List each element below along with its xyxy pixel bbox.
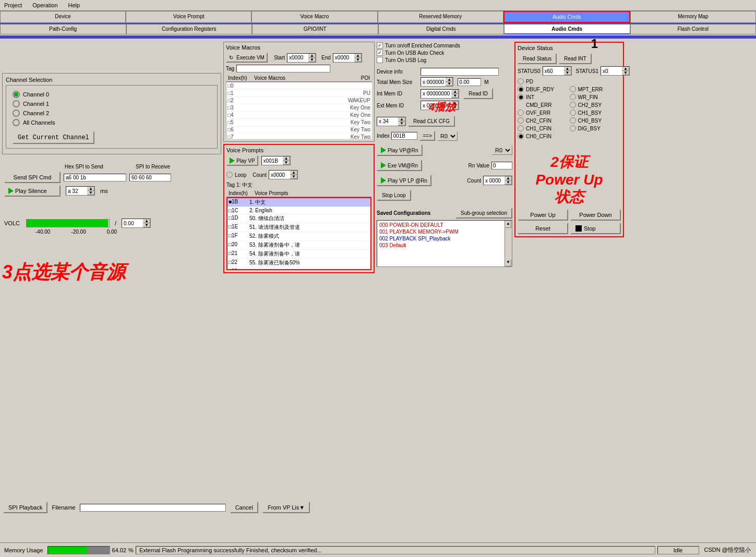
volc-slider[interactable] xyxy=(26,219,110,227)
vp-index-spinner[interactable]: x001B ▲ ▼ xyxy=(261,156,291,165)
vm-row-2[interactable]: □2WAKEUP xyxy=(226,97,371,104)
total-mem-down[interactable]: ▼ xyxy=(446,82,453,86)
vm-row-5[interactable]: □5Key Two xyxy=(226,119,371,126)
send-spi-cmd-button[interactable]: Send SPI Cmd xyxy=(4,172,61,183)
ovf-err-radio[interactable] xyxy=(518,110,524,116)
stop-loop-button[interactable]: Stop Loop xyxy=(377,190,411,201)
dig-bsy-radio[interactable] xyxy=(570,125,576,131)
play-silence-button[interactable]: Play Silence xyxy=(4,185,61,197)
config-scrollbar[interactable]: ▲ ▼ xyxy=(505,221,512,267)
spi-playback-button[interactable]: SPI Playback xyxy=(3,502,47,513)
sub-group-selection-button[interactable]: Sub-group selection xyxy=(455,208,512,219)
int-mem-spinner[interactable]: x 00000000 ▲ ▼ xyxy=(421,89,459,99)
voice-macros-list[interactable]: □0 □1PU □2WAKEUP □3Key One □4Key One □5K… xyxy=(226,82,372,139)
tab-sub-digital-cmds[interactable]: Digital Cmds xyxy=(378,24,505,34)
all-channels-radio[interactable] xyxy=(13,119,20,126)
play-vp-lp-rn-button[interactable]: Play VP LP @Rn xyxy=(377,175,431,186)
stop-button[interactable]: Stop xyxy=(570,223,621,234)
power-up-button[interactable]: Power Up xyxy=(518,209,568,221)
vp-row-1C[interactable]: □1C2. English xyxy=(227,207,370,214)
config-scroll-up[interactable]: ▲ xyxy=(505,221,511,228)
vp-row-20[interactable]: □2053. 除雾液剂备中，请 xyxy=(227,241,370,250)
int-mem-down[interactable]: ▼ xyxy=(451,94,459,98)
config-item-3[interactable]: 003 Default xyxy=(378,242,511,249)
tab-memory-map[interactable]: Memory Map xyxy=(630,11,756,23)
status0-down[interactable]: ▼ xyxy=(564,71,571,75)
usb-auto-checkbox[interactable] xyxy=(377,50,383,56)
tab-voice-prompt[interactable]: Voice Prompt xyxy=(126,11,251,23)
end-down[interactable]: ▼ xyxy=(354,58,362,62)
device-info-input[interactable] xyxy=(421,68,499,76)
voice-prompts-list[interactable]: ■1B1. 中文 □1C2. English □1D50. 继续自清洁 □1E5… xyxy=(226,197,371,270)
menu-help[interactable]: Help xyxy=(66,1,82,9)
vm-row-3[interactable]: □3Key One xyxy=(226,104,371,112)
count-spinner[interactable]: x0000 ▲ ▼ xyxy=(269,170,298,179)
arrow-button[interactable]: ==> xyxy=(419,131,435,141)
usb-log-checkbox[interactable] xyxy=(377,57,383,63)
config-scroll-down[interactable]: ▼ xyxy=(505,259,511,267)
tab-sub-audio-cmds[interactable]: Audio Cmds xyxy=(504,24,630,34)
reset-button[interactable]: Reset xyxy=(518,223,568,234)
vm-row-1[interactable]: □1PU xyxy=(226,90,371,97)
channel-0-item[interactable]: Channel 0 xyxy=(13,90,211,99)
count2-spinner[interactable]: x 0000 ▲ ▼ xyxy=(483,176,512,185)
end-spinner[interactable]: x0000 ▲ ▼ xyxy=(333,53,362,63)
silence-ms-spinner[interactable]: a 32 ▲ ▼ xyxy=(66,186,95,196)
ch2-cfin-radio[interactable] xyxy=(518,117,524,124)
rn-dropdown[interactable]: R0R1R2 xyxy=(437,131,458,141)
config-item-0[interactable]: 000 POWER-ON DEFAULT xyxy=(378,222,511,228)
vp-index-down[interactable]: ▼ xyxy=(283,161,290,165)
tab-reserved-memory[interactable]: Reserved Memory xyxy=(378,11,503,23)
read-id-button[interactable]: Read ID xyxy=(463,88,493,99)
playback-spinner[interactable]: x 34 ▲ ▼ xyxy=(377,117,406,126)
exe-vm-rn-button[interactable]: Exe VM@Rn xyxy=(377,160,422,171)
menu-operation[interactable]: Operation xyxy=(30,1,59,9)
enriched-checkbox[interactable] xyxy=(377,42,383,49)
status1-down[interactable]: ▼ xyxy=(622,71,629,75)
tab-sub-gpio-int[interactable]: GPIO/INT xyxy=(252,24,378,34)
ch1-bsy-radio[interactable] xyxy=(570,110,576,116)
vm-row-7[interactable]: □7Key Two xyxy=(226,134,371,139)
play-vp-rn-button[interactable]: Play VP@Rn xyxy=(377,144,423,156)
rn-value-input[interactable] xyxy=(491,162,512,169)
silence-ms-down[interactable]: ▼ xyxy=(87,191,94,195)
play-vp-button[interactable]: Play VP xyxy=(226,155,258,166)
from-vp-list-button[interactable]: From VP Lis▼ xyxy=(262,502,310,513)
channel-0-radio[interactable] xyxy=(13,91,20,98)
start-down[interactable]: ▼ xyxy=(308,58,316,62)
status0-spinner[interactable]: x60 ▲ ▼ xyxy=(543,66,572,76)
vm-row-4[interactable]: □4Key One xyxy=(226,112,371,119)
vp-row-1D[interactable]: □1D50. 继续自清洁 xyxy=(227,214,370,223)
filename-input[interactable] xyxy=(80,504,226,512)
config-item-1[interactable]: 001 PLAYBACK MEMORY->PWM xyxy=(378,228,511,235)
channel-2-item[interactable]: Channel 2 xyxy=(13,108,211,118)
vp-row-1F[interactable]: □1F52. 除雾模式 xyxy=(227,232,370,241)
vp-row-1B[interactable]: ■1B1. 中文 xyxy=(227,198,370,207)
channel-1-item[interactable]: Channel 1 xyxy=(13,99,211,108)
read-clk-cfg-button[interactable]: Read CLK CFG xyxy=(408,116,455,127)
spi-receive-input[interactable] xyxy=(129,174,171,181)
tab-device[interactable]: Device xyxy=(0,11,126,23)
status1-spinner[interactable]: x0 ▲ ▼ xyxy=(601,66,630,76)
total-mem-m-input[interactable] xyxy=(458,78,481,86)
ch1-cfin-radio[interactable] xyxy=(518,125,524,131)
cancel-button[interactable]: Cancel xyxy=(230,502,258,513)
volc-down[interactable]: ▼ xyxy=(143,223,150,227)
config-item-2[interactable]: 002 PLAYBACK SPI_Playback xyxy=(378,235,511,242)
index-input[interactable] xyxy=(391,132,417,140)
saved-configs-list[interactable]: 000 POWER-ON DEFAULT 001 PLAYBACK MEMORY… xyxy=(377,220,512,267)
vm-row-6[interactable]: □6Key Two xyxy=(226,126,371,134)
hex-spi-input[interactable] xyxy=(64,174,126,181)
vm-row-0[interactable]: □0 xyxy=(226,82,371,90)
total-mem-spinner[interactable]: x 000000 ▲ ▼ xyxy=(421,77,453,87)
tab-sub-path-config[interactable]: Path-Config xyxy=(0,24,126,34)
start-spinner[interactable]: x0000 ▲ ▼ xyxy=(287,53,316,63)
wr-fin-radio[interactable] xyxy=(570,94,576,100)
vm-tag-input[interactable] xyxy=(236,65,330,72)
read-status-button[interactable]: Read Status xyxy=(518,53,557,64)
execute-vm-button[interactable]: ↻ Execute VM xyxy=(226,53,268,63)
playback-down[interactable]: ▼ xyxy=(398,122,405,126)
get-current-channel-button[interactable]: Get Current Channel xyxy=(13,131,94,144)
int-radio[interactable] xyxy=(518,94,524,100)
vp-row-1E[interactable]: □1E51. 请清理液剂及管道 xyxy=(227,223,370,232)
